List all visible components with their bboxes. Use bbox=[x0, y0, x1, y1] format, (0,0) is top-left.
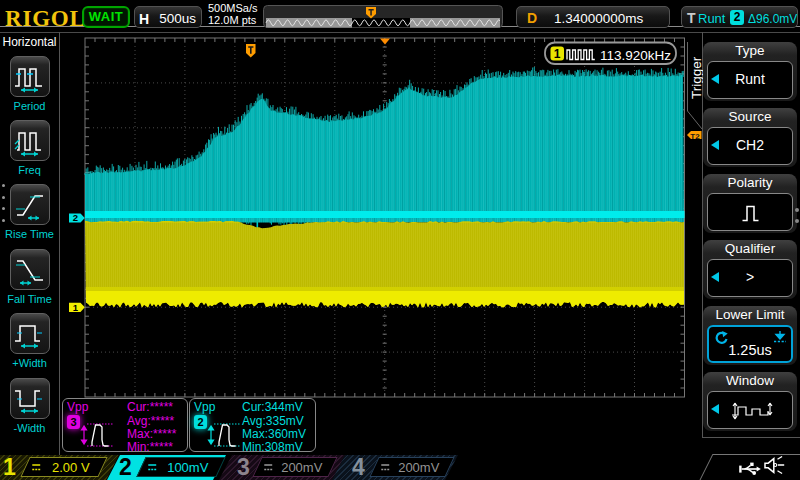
svg-text:1: 1 bbox=[73, 302, 79, 313]
svg-text:113.920kHz: 113.920kHz bbox=[600, 48, 671, 63]
svg-text:2: 2 bbox=[73, 212, 78, 223]
svg-text:1: 1 bbox=[554, 47, 561, 61]
